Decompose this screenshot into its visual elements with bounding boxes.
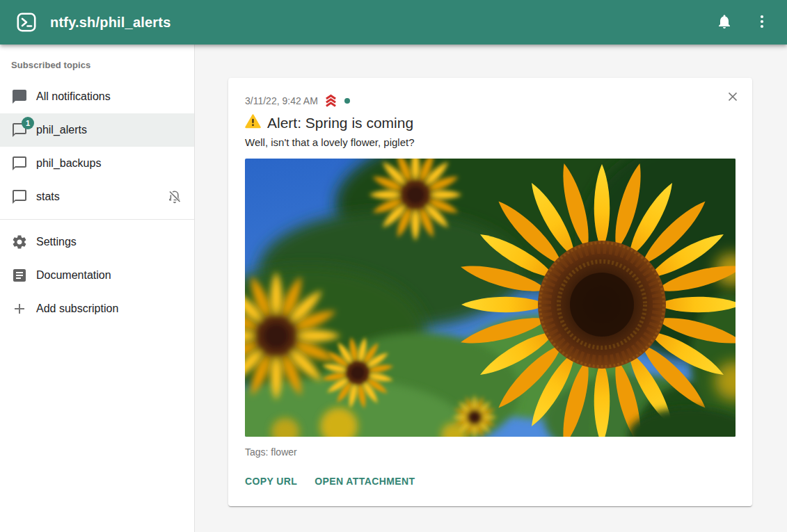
- attachment-image[interactable]: [245, 159, 736, 437]
- main-content: 3/11/22, 9:42 AM Alert: Spring is coming: [195, 45, 787, 532]
- bell-off-icon: [166, 188, 183, 205]
- close-icon: [725, 89, 740, 106]
- open-attachment-button[interactable]: OPEN ATTACHMENT: [309, 470, 420, 492]
- plus-icon: [11, 300, 28, 317]
- chat-bubble-filled-icon: [11, 88, 28, 105]
- sidebar-item-phil-alerts[interactable]: 1 phil_alerts: [0, 113, 194, 147]
- subscribed-topics-label: Subscribed topics: [0, 45, 194, 80]
- notification-body: Well, isn't that a lovely flower, piglet…: [245, 136, 736, 148]
- sidebar-item-phil-backups[interactable]: phil_backups: [0, 147, 194, 180]
- chat-bubble-outline-icon: [11, 155, 28, 172]
- sidebar-item-label: Documentation: [36, 269, 111, 282]
- gear-icon: [11, 234, 28, 250]
- page-title: ntfy.sh/phil_alerts: [50, 15, 170, 31]
- sidebar: Subscribed topics All notifications 1 ph…: [0, 45, 195, 532]
- notification-card: 3/11/22, 9:42 AM Alert: Spring is coming: [228, 78, 752, 506]
- notification-actions: COPY URL OPEN ATTACHMENT: [239, 470, 736, 492]
- unread-dot: [344, 98, 350, 104]
- sidebar-item-label: phil_backups: [36, 157, 101, 170]
- sidebar-divider: [0, 219, 194, 220]
- sidebar-item-settings[interactable]: Settings: [0, 225, 194, 259]
- close-notification-button[interactable]: [719, 83, 747, 111]
- chat-bubble-outline-icon: 1: [11, 122, 28, 138]
- app-bar: ntfy.sh/phil_alerts: [0, 0, 787, 45]
- unread-count-badge: 1: [22, 117, 34, 129]
- notifications-button[interactable]: [709, 7, 740, 38]
- kebab-menu-icon: [754, 13, 770, 32]
- sidebar-item-label: phil_alerts: [36, 124, 87, 136]
- sidebar-item-documentation[interactable]: Documentation: [0, 259, 194, 292]
- terminal-icon: [17, 13, 36, 32]
- copy-url-button[interactable]: COPY URL: [239, 470, 303, 492]
- sidebar-item-label: stats: [36, 191, 60, 203]
- tags-label: Tags: flower: [245, 446, 736, 458]
- sidebar-item-stats[interactable]: stats: [0, 180, 194, 213]
- article-icon: [11, 267, 28, 284]
- sidebar-item-add-subscription[interactable]: Add subscription: [0, 292, 194, 325]
- triple-chevron-up-icon: [323, 93, 339, 108]
- chat-bubble-outline-icon: [11, 188, 28, 205]
- bell-icon: [716, 13, 733, 32]
- notification-meta: 3/11/22, 9:42 AM: [245, 93, 736, 108]
- sidebar-item-label: All notifications: [36, 90, 111, 103]
- sidebar-item-label: Add subscription: [36, 303, 118, 315]
- sidebar-item-label: Settings: [36, 236, 77, 248]
- warning-triangle-icon: [245, 114, 261, 132]
- timestamp: 3/11/22, 9:42 AM: [245, 95, 318, 106]
- overflow-menu-button[interactable]: [747, 7, 777, 38]
- sidebar-item-all-notifications[interactable]: All notifications: [0, 80, 194, 113]
- notification-title: Alert: Spring is coming: [267, 115, 413, 131]
- notification-title-row: Alert: Spring is coming: [245, 114, 736, 132]
